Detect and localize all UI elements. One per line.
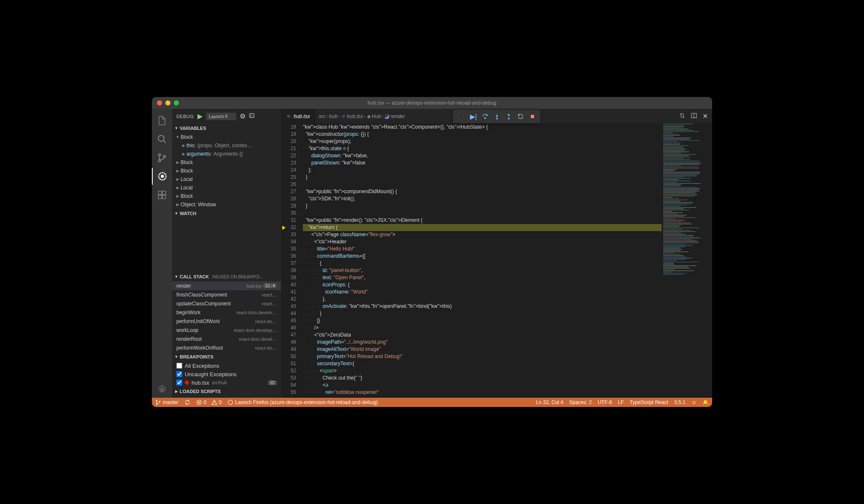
callstack-frame[interactable]: workLoopreact-dom.develop… (172, 326, 281, 334)
titlebar[interactable]: hub.tsx — azure-devops-extension-hot-rel… (152, 97, 712, 109)
cursor-position[interactable]: Ln 32, Col 4 (536, 399, 564, 405)
variable-row[interactable]: ▶Block (172, 192, 281, 200)
breadcrumbs[interactable]: src›hub›⚛ hub.tsx›◈ Hub›◪ render (316, 109, 408, 124)
notifications-icon[interactable]: 🔔 (702, 399, 709, 405)
bp-uncaught-exceptions[interactable]: Uncaught Exceptions (172, 370, 281, 378)
svg-point-1 (159, 154, 161, 156)
variables-section-header[interactable]: ▼ VARIABLES (172, 124, 281, 133)
ts-version[interactable]: 3.5.1 (674, 399, 686, 405)
chevron-down-icon: ▼ (173, 211, 180, 216)
split-editor-icon[interactable] (691, 112, 697, 121)
breadcrumb-item[interactable]: ◪ render (384, 113, 405, 119)
svg-point-12 (485, 118, 486, 119)
variable-row[interactable]: ▶arguments: Arguments {} (172, 150, 281, 158)
debug-label: DEBUG (176, 114, 194, 119)
debug-toolbar[interactable]: ⋮⋮ ▶| ■ (453, 110, 540, 123)
debug-config-select[interactable]: Launch F (206, 113, 236, 120)
language-mode[interactable]: TypeScript React (630, 399, 668, 405)
callstack-section-header[interactable]: ▼ CALL STACK PAUSED ON BREAKPOI... (172, 272, 281, 281)
breadcrumb-item[interactable]: ⚛ hub.tsx (341, 113, 363, 119)
encoding[interactable]: UTF-8 (598, 399, 612, 405)
code-content[interactable]: "kw">class Hub "kw">extends "cls">React.… (303, 124, 662, 398)
step-over-button[interactable] (480, 111, 491, 121)
extensions-icon[interactable] (152, 186, 172, 203)
watch-body (172, 218, 281, 272)
stop-button[interactable]: ■ (527, 111, 538, 121)
breadcrumb-item[interactable]: ◈ Hub (367, 113, 381, 119)
drag-grip-icon[interactable]: ⋮⋮ (455, 114, 467, 119)
bp-file-entry[interactable]: hub.tsx src/hub 32 (172, 378, 281, 387)
eol[interactable]: LF (618, 399, 624, 405)
code-editor[interactable]: 1819202122232425262728293031323334353637… (281, 124, 712, 398)
callstack-frame[interactable]: renderhub.tsx32:4 (172, 281, 281, 290)
editor-area: ⋮⋮ ▶| ■ ⚛ hub.tsx src›hub›⚛ hub.tsx›◈ Hu… (281, 109, 712, 398)
chevron-down-icon: ▼ (173, 355, 180, 359)
explorer-icon[interactable] (152, 112, 172, 129)
settings-gear-icon[interactable] (152, 381, 172, 398)
breakpoints-body: All Exceptions Uncaught Exceptions hub.t… (172, 361, 281, 387)
git-branch[interactable]: master (155, 399, 178, 405)
more-icon[interactable]: ✕ (702, 112, 708, 120)
variable-row[interactable]: ▶Local (172, 175, 281, 183)
feedback-icon[interactable]: ☺ (691, 399, 697, 405)
chevron-right-icon: ▶ (173, 389, 180, 393)
checkbox[interactable] (176, 380, 182, 385)
close-window-button[interactable] (157, 100, 162, 105)
chevron-down-icon: ▼ (173, 275, 180, 279)
minimap[interactable] (662, 124, 712, 398)
svg-point-16 (156, 400, 157, 401)
watch-section-header[interactable]: ▼ WATCH (172, 209, 281, 218)
variable-row[interactable]: ▼Block (172, 133, 281, 141)
svg-point-13 (497, 118, 498, 119)
variable-row[interactable]: ▶Local (172, 183, 281, 192)
variable-row[interactable]: ▶this: {props: Object, contex… (172, 141, 281, 150)
source-control-icon[interactable] (152, 149, 172, 166)
checkbox[interactable] (176, 371, 182, 377)
git-sync[interactable] (184, 399, 190, 405)
svg-point-17 (156, 404, 157, 404)
breadcrumb-item[interactable]: hub (329, 113, 338, 119)
debug-icon[interactable] (152, 168, 172, 185)
svg-rect-11 (249, 113, 254, 117)
current-line-marker (282, 226, 286, 230)
step-out-button[interactable] (503, 111, 514, 121)
svg-point-0 (158, 135, 164, 141)
status-bar: master 0 0 Launch Firefox (azure-devops-… (152, 398, 712, 407)
svg-point-10 (161, 388, 163, 391)
variable-row[interactable]: ▶Block (172, 167, 281, 175)
debug-console-icon[interactable] (249, 113, 255, 120)
checkbox[interactable] (176, 363, 182, 369)
breakpoints-section-header[interactable]: ▼ BREAKPOINTS (172, 352, 281, 361)
search-icon[interactable] (152, 131, 172, 148)
breadcrumb-item[interactable]: src (319, 113, 326, 119)
callstack-frame[interactable]: performWorkOnRootreact-do… (172, 343, 281, 352)
callstack-frame[interactable]: beginWorkreact-dom.develo… (172, 308, 281, 317)
callstack-frame[interactable]: finishClassComponentreact… (172, 290, 281, 299)
variable-row[interactable]: ▶Object: Window (172, 200, 281, 209)
chevron-down-icon: ▼ (173, 126, 180, 130)
zoom-window-button[interactable] (174, 100, 179, 105)
callstack-frame[interactable]: performUnitOfWorkreact-do… (172, 317, 281, 326)
problems[interactable]: 0 0 (196, 399, 222, 405)
debug-settings-icon[interactable]: ⚙ (240, 112, 246, 120)
gutter[interactable]: 1819202122232425262728293031323334353637… (281, 124, 303, 398)
loaded-scripts-section-header[interactable]: ▶ LOADED SCRIPTS (172, 387, 281, 396)
start-debug-button[interactable]: ▶ (197, 112, 202, 120)
svg-rect-9 (162, 191, 166, 194)
callstack-frame[interactable]: renderRootreact-dom.devel… (172, 334, 281, 343)
debug-target[interactable]: Launch Firefox (azure-devops-extension-h… (227, 399, 378, 405)
minimize-window-button[interactable] (165, 100, 170, 105)
svg-rect-6 (158, 191, 162, 194)
react-file-icon: ⚛ (286, 113, 291, 119)
step-into-button[interactable] (491, 111, 502, 121)
bp-all-exceptions[interactable]: All Exceptions (172, 361, 281, 370)
svg-point-20 (228, 400, 233, 405)
variable-row[interactable]: ▶Block (172, 158, 281, 167)
callstack-frame[interactable]: updateClassComponentreact… (172, 299, 281, 308)
svg-rect-8 (162, 195, 166, 199)
restart-button[interactable] (515, 111, 526, 121)
continue-button[interactable]: ▶| (468, 111, 479, 121)
indent[interactable]: Spaces: 2 (569, 399, 591, 405)
compare-icon[interactable] (679, 112, 686, 121)
tab-hub-tsx[interactable]: ⚛ hub.tsx (281, 109, 316, 124)
